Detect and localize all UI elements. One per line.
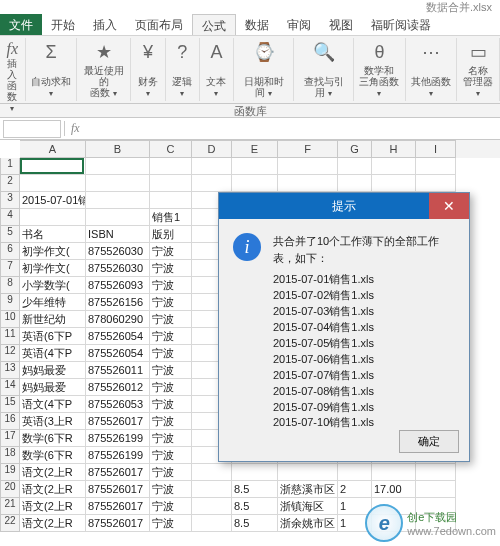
cell[interactable] <box>278 175 338 192</box>
cell[interactable] <box>20 209 86 226</box>
cell[interactable] <box>192 158 232 175</box>
cell[interactable]: 版别 <box>150 226 192 243</box>
col-header-G[interactable]: G <box>338 140 372 158</box>
table-row[interactable]: 1 <box>0 158 500 175</box>
cell[interactable] <box>278 158 338 175</box>
cell[interactable] <box>86 192 150 209</box>
cell[interactable] <box>192 175 232 192</box>
cell[interactable]: 英语(4下P <box>20 345 86 362</box>
cell[interactable] <box>416 481 456 498</box>
cell[interactable] <box>150 175 192 192</box>
cell[interactable]: 语文(2上R <box>20 498 86 515</box>
col-header-C[interactable]: C <box>150 140 192 158</box>
cell[interactable] <box>338 464 372 481</box>
cell[interactable] <box>416 175 456 192</box>
cell[interactable] <box>232 175 278 192</box>
row-header[interactable]: 21 <box>0 498 20 515</box>
cell[interactable]: 875526011 <box>86 362 150 379</box>
row-header[interactable]: 10 <box>0 311 20 328</box>
row-header[interactable]: 19 <box>0 464 20 481</box>
row-header[interactable]: 12 <box>0 345 20 362</box>
cell[interactable]: 宁波 <box>150 345 192 362</box>
cell[interactable]: 宁波 <box>150 311 192 328</box>
cell[interactable]: 875526054 <box>86 345 150 362</box>
cell[interactable] <box>372 158 416 175</box>
col-header-D[interactable]: D <box>192 140 232 158</box>
cell[interactable]: 875526156 <box>86 294 150 311</box>
cell[interactable] <box>150 158 192 175</box>
cell[interactable]: 语文(2上R <box>20 464 86 481</box>
cell[interactable]: 875526017 <box>86 498 150 515</box>
cell[interactable] <box>86 209 150 226</box>
cell[interactable]: 数学(6下R <box>20 447 86 464</box>
cell[interactable]: 宁波 <box>150 243 192 260</box>
tab-页面布局[interactable]: 页面布局 <box>126 14 192 35</box>
cell[interactable]: 浙余姚市区 <box>278 515 338 532</box>
cell[interactable] <box>150 192 192 209</box>
col-header-H[interactable]: H <box>372 140 416 158</box>
cell[interactable]: 878060290 <box>86 311 150 328</box>
cell[interactable] <box>86 158 150 175</box>
cell[interactable]: 875526017 <box>86 515 150 532</box>
cell[interactable]: 875526017 <box>86 464 150 481</box>
row-header[interactable]: 7 <box>0 260 20 277</box>
cell[interactable] <box>192 481 232 498</box>
cell[interactable]: 8.5 <box>232 498 278 515</box>
cell[interactable]: 妈妈最爱 <box>20 362 86 379</box>
cell[interactable]: 2015-07-01销售1 <box>20 192 86 209</box>
cell[interactable]: 2 <box>338 481 372 498</box>
cell[interactable]: 宁波 <box>150 328 192 345</box>
tab-插入[interactable]: 插入 <box>84 14 126 35</box>
ribbon-财务[interactable]: ¥财务 ▾ <box>131 38 165 101</box>
cell[interactable] <box>192 464 232 481</box>
row-header[interactable]: 2 <box>0 175 20 192</box>
row-header[interactable]: 20 <box>0 481 20 498</box>
ribbon-日期和时间[interactable]: ⌚日期和时间 ▾ <box>234 38 294 101</box>
ribbon-最近使用的函数[interactable]: ★最近使用的函数 ▾ <box>77 38 131 101</box>
col-header-B[interactable]: B <box>86 140 150 158</box>
cell[interactable]: 875526053 <box>86 396 150 413</box>
cell[interactable]: 初学作文( <box>20 260 86 277</box>
row-header[interactable]: 17 <box>0 430 20 447</box>
cell[interactable]: 875526199 <box>86 430 150 447</box>
row-header[interactable]: 16 <box>0 413 20 430</box>
row-header[interactable]: 4 <box>0 209 20 226</box>
cell[interactable]: 妈妈最爱 <box>20 379 86 396</box>
cell[interactable]: 875526093 <box>86 277 150 294</box>
cell[interactable]: 宁波 <box>150 447 192 464</box>
cell[interactable] <box>372 464 416 481</box>
row-header[interactable]: 22 <box>0 515 20 532</box>
cell[interactable]: 17.00 <box>372 481 416 498</box>
cell[interactable]: 宁波 <box>150 413 192 430</box>
row-header[interactable]: 14 <box>0 379 20 396</box>
cell[interactable] <box>192 515 232 532</box>
row-header[interactable]: 5 <box>0 226 20 243</box>
ribbon-名称管理器[interactable]: ▭名称管理器 ▾ <box>457 38 500 101</box>
cell[interactable]: 8.5 <box>232 515 278 532</box>
ribbon-查找与引用[interactable]: 🔍查找与引用 ▾ <box>294 38 354 101</box>
ribbon-插入函数[interactable]: fx插入函数 ▾ <box>0 38 26 101</box>
tab-开始[interactable]: 开始 <box>42 14 84 35</box>
cell[interactable]: 875526012 <box>86 379 150 396</box>
row-header[interactable]: 1 <box>0 158 20 175</box>
cell[interactable]: ISBN <box>86 226 150 243</box>
tab-公式[interactable]: 公式 <box>192 14 236 35</box>
tab-视图[interactable]: 视图 <box>320 14 362 35</box>
cell[interactable] <box>20 175 86 192</box>
cell[interactable]: 语文(4下P <box>20 396 86 413</box>
row-header[interactable]: 3 <box>0 192 20 209</box>
col-header-F[interactable]: F <box>278 140 338 158</box>
cell[interactable]: 浙镇海区 <box>278 498 338 515</box>
cell[interactable]: 宁波 <box>150 396 192 413</box>
cell[interactable]: 数学(6下R <box>20 430 86 447</box>
cell[interactable]: 宁波 <box>150 515 192 532</box>
cell[interactable] <box>372 175 416 192</box>
cell[interactable]: 宁波 <box>150 464 192 481</box>
ribbon-逻辑[interactable]: ?逻辑 ▾ <box>166 38 200 101</box>
ribbon-其他函数[interactable]: ⋯其他函数 ▾ <box>406 38 457 101</box>
cell[interactable] <box>20 158 86 175</box>
cell[interactable]: 875526054 <box>86 328 150 345</box>
tab-福昕阅读器[interactable]: 福昕阅读器 <box>362 14 440 35</box>
cell[interactable] <box>232 158 278 175</box>
cell[interactable]: 少年维特 <box>20 294 86 311</box>
